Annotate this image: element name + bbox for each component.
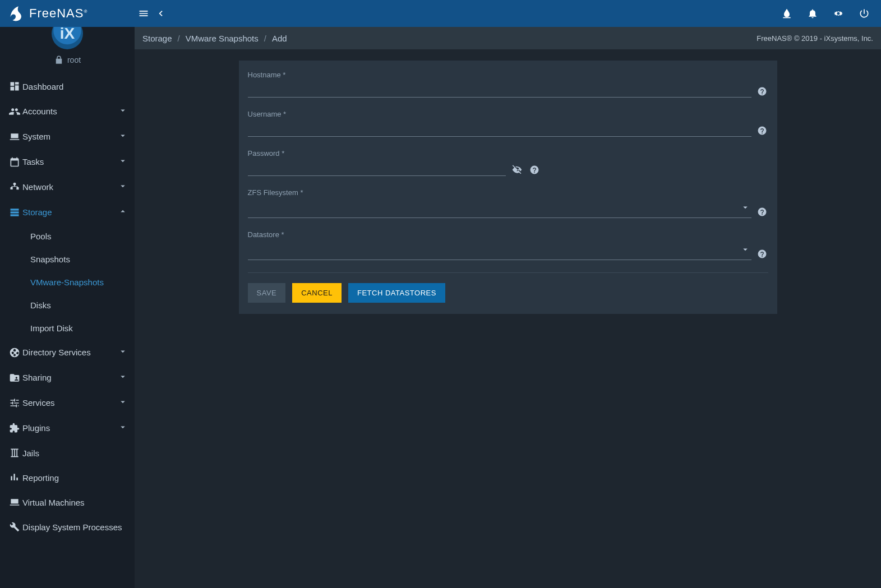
sidebar-subitem-snapshots[interactable]: Snapshots <box>0 248 135 271</box>
sidebar-item-label: Directory Services <box>22 348 118 357</box>
sidebar-item-display-system-processes[interactable]: Display System Processes <box>0 515 135 539</box>
content: Storage/VMware Snapshots/Add FreeNAS® © … <box>135 27 881 588</box>
datastore-label: Datastore * <box>248 230 751 239</box>
sidebar-item-label: Dashboard <box>22 82 128 91</box>
copyright: FreeNAS® © 2019 - iXsystems, Inc. <box>757 34 873 43</box>
sidebar-item-accounts[interactable]: Accounts <box>0 99 135 124</box>
form-card: Hostname * Username * Password * <box>239 61 777 314</box>
brand: FreeNAS® <box>7 4 135 22</box>
freenas-logo-icon <box>7 4 25 22</box>
sidebar-item-virtual-machines[interactable]: Virtual Machines <box>0 490 135 515</box>
power-icon[interactable] <box>859 8 870 19</box>
sidebar-item-system[interactable]: System <box>0 124 135 149</box>
chevron-down-icon <box>118 181 128 193</box>
breadcrumb-item[interactable]: Storage <box>142 34 172 43</box>
help-icon[interactable] <box>528 164 541 176</box>
sidebar-item-label: Jails <box>22 448 128 458</box>
bar-chart-icon <box>7 472 22 483</box>
breadcrumb-item: Add <box>272 34 287 43</box>
zfs-label: ZFS Filesystem * <box>248 188 751 197</box>
sidebar-item-label: Sharing <box>22 373 118 382</box>
sidebar-item-plugins[interactable]: Plugins <box>0 415 135 441</box>
extension-icon <box>7 423 22 434</box>
sidebar-user: iX root <box>0 27 135 72</box>
theme-icon[interactable] <box>781 8 792 19</box>
network-icon <box>7 182 22 193</box>
sidebar-item-label: Plugins <box>22 423 118 433</box>
chevron-down-icon <box>118 397 128 409</box>
sidebar-item-storage[interactable]: Storage <box>0 200 135 225</box>
chevron-down-icon <box>118 422 128 434</box>
username-label: root <box>67 55 81 64</box>
sidebar-item-directory-services[interactable]: Directory Services <box>0 340 135 365</box>
people-icon <box>7 106 22 117</box>
sidebar-subitem-vmware-snapshots[interactable]: VMware-Snapshots <box>0 271 135 294</box>
sidebar-item-label: Reporting <box>22 473 128 483</box>
breadcrumb-separator: / <box>264 34 266 43</box>
divider <box>248 272 768 273</box>
sidebar-item-label: Display System Processes <box>22 522 128 532</box>
sidebar-item-jails[interactable]: Jails <box>0 441 135 465</box>
sidebar-item-label: Network <box>22 182 118 192</box>
save-button[interactable]: SAVE <box>248 283 286 303</box>
back-icon[interactable] <box>155 8 166 19</box>
chevron-down-icon <box>118 156 128 168</box>
storage-icon <box>7 207 22 218</box>
help-icon[interactable] <box>756 248 768 260</box>
hostname-input[interactable] <box>248 82 751 98</box>
topbar: FreeNAS® <box>0 0 881 27</box>
fetch-datastores-button[interactable]: FETCH DATASTORES <box>348 283 445 303</box>
sidebar-item-label: Tasks <box>22 157 118 166</box>
sidebar-item-label: Virtual Machines <box>22 498 128 507</box>
breadcrumb-separator: / <box>178 34 180 43</box>
settings-icon[interactable] <box>833 8 844 19</box>
sidebar-item-sharing[interactable]: Sharing <box>0 365 135 390</box>
jail-icon <box>7 447 22 459</box>
sidebar-item-label: Accounts <box>22 107 118 116</box>
build-icon <box>7 521 22 533</box>
notifications-icon[interactable] <box>807 8 818 19</box>
sidebar-subitem-disks[interactable]: Disks <box>0 294 135 317</box>
brand-name: FreeNAS® <box>29 6 87 21</box>
dashboard-icon <box>7 81 22 92</box>
username-input[interactable] <box>248 122 751 137</box>
chevron-down-icon <box>118 105 128 117</box>
chevron-down-icon <box>740 202 751 214</box>
sidebar-subitem-import-disk[interactable]: Import Disk <box>0 317 135 340</box>
breadcrumb: Storage/VMware Snapshots/Add <box>142 34 287 43</box>
chevron-down-icon <box>740 244 751 256</box>
menu-icon[interactable] <box>138 8 149 19</box>
breadcrumb-bar: Storage/VMware Snapshots/Add FreeNAS® © … <box>135 27 881 49</box>
sidebar-item-dashboard[interactable]: Dashboard <box>0 74 135 99</box>
zfs-select[interactable] <box>248 200 751 218</box>
chevron-down-icon <box>118 131 128 142</box>
password-input[interactable] <box>248 161 506 176</box>
lock-icon <box>54 55 64 65</box>
calendar-icon <box>7 156 22 168</box>
folder-shared-icon <box>7 372 22 383</box>
sidebar-item-services[interactable]: Services <box>0 390 135 415</box>
tune-icon <box>7 397 22 409</box>
help-icon[interactable] <box>756 85 768 98</box>
laptop-icon <box>7 131 22 142</box>
breadcrumb-item[interactable]: VMware Snapshots <box>186 34 259 43</box>
hostname-label: Hostname * <box>248 71 751 79</box>
visibility-off-icon[interactable] <box>510 163 524 176</box>
username-field-label: Username * <box>248 110 751 118</box>
sidebar: iX root DashboardAccountsSystemTasksNetw… <box>0 27 135 588</box>
sidebar-item-network[interactable]: Network <box>0 174 135 200</box>
chevron-up-icon <box>118 206 128 218</box>
chevron-down-icon <box>118 346 128 358</box>
sidebar-subitem-pools[interactable]: Pools <box>0 225 135 248</box>
help-icon[interactable] <box>756 206 768 218</box>
help-icon[interactable] <box>756 124 768 137</box>
chevron-down-icon <box>118 372 128 383</box>
avatar: iX <box>52 27 83 49</box>
sidebar-item-tasks[interactable]: Tasks <box>0 149 135 174</box>
password-label: Password * <box>248 149 506 158</box>
sidebar-item-reporting[interactable]: Reporting <box>0 465 135 490</box>
sidebar-item-label: Services <box>22 398 118 408</box>
sports-soccer-icon <box>7 347 22 358</box>
datastore-select[interactable] <box>248 242 751 260</box>
cancel-button[interactable]: CANCEL <box>292 283 342 303</box>
